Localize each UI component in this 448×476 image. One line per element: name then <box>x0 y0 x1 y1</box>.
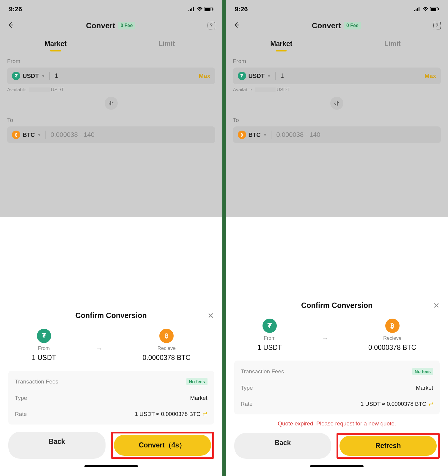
arrow-right-icon: → <box>96 344 103 353</box>
to-label: To <box>0 110 222 126</box>
battery-icon <box>205 5 213 13</box>
tab-market[interactable]: Market <box>226 37 337 51</box>
back-arrow-icon[interactable] <box>233 21 240 30</box>
conversion-receive: ₿ Recieve 0.0000378 BTC <box>368 319 416 352</box>
from-amount-input[interactable]: 1 <box>276 72 425 80</box>
btc-icon: ₿ <box>159 329 174 343</box>
wifi-icon <box>422 5 428 13</box>
to-coin-name: BTC <box>249 131 261 138</box>
status-time: 9:26 <box>235 5 248 13</box>
chevron-down-icon: ▼ <box>267 73 271 78</box>
status-icons <box>188 5 213 13</box>
to-amount-input[interactable]: 0.000038 - 140 <box>271 131 436 139</box>
to-amount-input[interactable]: 0.000038 - 140 <box>46 131 210 139</box>
svg-rect-2 <box>191 8 192 11</box>
max-button[interactable]: Max <box>425 73 436 79</box>
close-icon[interactable]: ✕ <box>208 311 214 320</box>
convert-button[interactable]: Convert（4s） <box>114 435 211 456</box>
usdt-icon: ₮ <box>262 319 277 333</box>
tab-limit[interactable]: Limit <box>111 37 222 51</box>
swap-direction-button[interactable] <box>330 97 343 110</box>
fees-value: No fees <box>186 378 207 385</box>
close-icon[interactable]: ✕ <box>433 301 440 310</box>
refresh-button[interactable]: Refresh <box>339 436 437 456</box>
type-label: Type <box>241 385 253 391</box>
nav-header: Convert 0 Fee ? <box>0 15 222 34</box>
chevron-down-icon: ▼ <box>41 73 45 78</box>
available-suffix: USDT <box>51 87 64 93</box>
usdt-icon: ₮ <box>238 72 246 80</box>
usdt-icon: ₮ <box>12 72 20 80</box>
swap-direction-button[interactable] <box>105 97 118 110</box>
from-coin-selector[interactable]: ₮ USDT ▼ <box>238 72 276 80</box>
confirm-conversion-sheet: Confirm Conversion ✕ ₮ From 1 USDT → ₿ R… <box>226 294 448 476</box>
help-icon[interactable]: ? <box>208 22 215 29</box>
sheet-title: Confirm Conversion <box>76 311 147 320</box>
status-time: 9:26 <box>9 5 22 13</box>
home-indicator[interactable] <box>84 465 138 467</box>
conversion-from: ₮ From 1 USDT <box>257 319 282 352</box>
tab-market[interactable]: Market <box>0 37 111 51</box>
from-label: From <box>264 335 276 341</box>
highlight-annotation: Refresh <box>337 433 440 459</box>
svg-rect-13 <box>438 8 439 10</box>
svg-rect-9 <box>417 8 418 11</box>
home-indicator[interactable] <box>310 465 364 467</box>
arrow-right-icon: → <box>322 334 329 342</box>
max-button[interactable]: Max <box>199 73 210 79</box>
receive-label: Recieve <box>383 335 401 341</box>
signal-icon <box>188 5 195 13</box>
svg-rect-7 <box>414 10 415 11</box>
from-label: From <box>226 51 448 68</box>
sheet-title: Confirm Conversion <box>301 301 372 310</box>
to-coin-name: BTC <box>23 131 35 138</box>
back-button[interactable]: Back <box>234 433 331 459</box>
from-coin-name: USDT <box>249 73 265 79</box>
chevron-down-icon: ▼ <box>263 132 267 137</box>
btc-icon: ₿ <box>385 319 400 333</box>
tabs: Market Limit <box>226 34 448 51</box>
rate-value: 1 USDT ≈ 0.0000378 BTC <box>361 401 426 407</box>
conversion-from: ₮ From 1 USDT <box>32 329 56 362</box>
to-input-row: ₿ BTC ▼ 0.000038 - 140 <box>233 126 441 143</box>
from-input-row: ₮ USDT ▼ 1 Max <box>233 68 441 84</box>
rate-label: Rate <box>15 411 27 417</box>
back-button[interactable]: Back <box>8 432 106 459</box>
svg-rect-8 <box>416 9 416 11</box>
conversion-receive: ₿ Recieve 0.0000378 BTC <box>143 329 191 362</box>
available-amount-redacted <box>255 87 276 92</box>
to-coin-selector[interactable]: ₿ BTC ▼ <box>238 131 272 139</box>
highlight-annotation: Convert（4s） <box>111 432 214 459</box>
available-balance: Available: USDT <box>226 84 448 93</box>
from-amount: 1 USDT <box>32 354 56 362</box>
svg-rect-3 <box>193 7 194 11</box>
swap-icon[interactable]: ⇄ <box>429 401 433 407</box>
fee-badge: 0 Fee <box>344 22 361 29</box>
fees-label: Transaction Fees <box>15 378 58 385</box>
tab-limit[interactable]: Limit <box>337 37 448 51</box>
from-coin-selector[interactable]: ₮ USDT ▼ <box>12 72 50 80</box>
svg-rect-1 <box>190 9 191 11</box>
type-value: Market <box>416 385 433 391</box>
svg-rect-6 <box>213 8 213 10</box>
back-arrow-icon[interactable] <box>7 21 14 30</box>
page-title: Convert <box>86 21 115 30</box>
battery-icon <box>430 5 439 13</box>
to-label: To <box>226 110 448 126</box>
quote-expired-error: Quote expired. Please request for a new … <box>226 414 448 429</box>
to-coin-selector[interactable]: ₿ BTC ▼ <box>12 131 46 139</box>
status-bar: 9:26 <box>226 0 448 15</box>
help-icon[interactable]: ? <box>433 22 441 29</box>
from-amount-input[interactable]: 1 <box>50 72 199 80</box>
available-amount-redacted <box>29 87 50 92</box>
from-amount: 1 USDT <box>257 344 282 352</box>
svg-rect-12 <box>431 8 436 11</box>
wifi-icon <box>197 5 203 13</box>
swap-icon[interactable]: ⇄ <box>203 411 208 417</box>
nav-header: Convert 0 Fee ? <box>226 15 448 34</box>
type-label: Type <box>15 395 27 401</box>
usdt-icon: ₮ <box>37 329 51 343</box>
conversion-details: Transaction Fees No fees Type Market Rat… <box>8 371 214 425</box>
type-value: Market <box>190 395 207 401</box>
from-label: From <box>0 51 222 68</box>
